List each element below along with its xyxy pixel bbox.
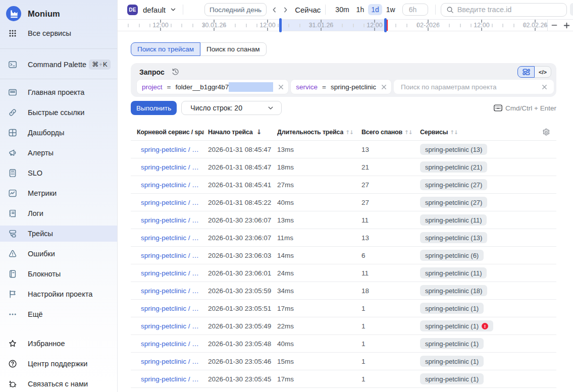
range-handle-right[interactable] <box>384 18 387 32</box>
remove-filter-icon[interactable] <box>381 84 387 90</box>
preset-1h[interactable]: 1h <box>353 4 368 15</box>
service-chip[interactable]: spring-petclinic (1) <box>420 338 484 349</box>
ruler-minor-tick <box>128 24 129 27</box>
column-header[interactable]: Начало трейса↓ <box>208 128 277 136</box>
sidebar-item-contact[interactable]: Связаться с нами <box>0 376 117 392</box>
chevron-left-icon[interactable] <box>269 4 280 15</box>
trace-duration: 17ms <box>277 375 361 383</box>
custom-range-input[interactable]: 6h <box>402 4 428 16</box>
column-header[interactable]: Сервисы↑↓ <box>420 129 539 136</box>
service-chip[interactable]: spring-petclinic (27) <box>420 197 487 208</box>
sort-toggle-icon[interactable]: ↑↓ <box>345 129 353 135</box>
service-chip-label: spring-petclinic (13) <box>425 146 482 153</box>
service-chip[interactable]: spring-petclinic (18) <box>420 285 487 296</box>
trace-link[interactable]: spring-petclinic / … <box>137 181 208 189</box>
filter-key: project <box>142 83 163 91</box>
service-chip[interactable]: spring-petclinic (13) <box>420 232 487 243</box>
column-header[interactable]: Всего спанов↑↓ <box>361 129 420 136</box>
remove-filter-icon[interactable] <box>278 84 284 90</box>
trace-link[interactable]: spring-petclinic / … <box>137 305 208 312</box>
filter-chip-service[interactable]: service=spring-petclinic <box>291 80 391 94</box>
preset-1d[interactable]: 1d <box>368 4 382 15</box>
service-chip[interactable]: spring-petclinic (1) <box>420 303 484 314</box>
trace-link[interactable]: spring-petclinic / … <box>137 163 208 171</box>
service-chip[interactable]: spring-petclinic (6) <box>420 250 484 261</box>
sidebar-item-all-services[interactable]: Все сервисы <box>0 25 117 41</box>
sidebar-item-quick-links[interactable]: Быстрые ссылки <box>0 104 117 121</box>
time-range-button[interactable]: Последний день <box>204 3 267 16</box>
service-chip[interactable]: spring-petclinic (13) <box>420 144 487 155</box>
service-chip[interactable]: spring-petclinic (1) <box>420 373 484 384</box>
preset-1w[interactable]: 1w <box>383 4 398 15</box>
sidebar-item-metrics[interactable]: Метрики <box>0 185 117 201</box>
view-mode-code[interactable]: </> <box>534 66 551 78</box>
service-chip[interactable]: spring-petclinic (1)! <box>420 320 493 331</box>
service-chip[interactable]: spring-petclinic (11) <box>420 267 487 278</box>
column-header[interactable]: Корневой сервис / span <box>137 129 208 136</box>
error-badge-icon: ! <box>482 323 488 329</box>
trace-link[interactable]: spring-petclinic / … <box>137 358 208 365</box>
sidebar-item-dashboards[interactable]: Дашборды <box>0 125 117 141</box>
ruler-minor-tick <box>288 24 289 27</box>
now-button[interactable]: Сейчас <box>295 6 321 14</box>
sidebar-item-favorites[interactable]: Избранное <box>0 335 117 352</box>
trace-link[interactable]: spring-petclinic / … <box>137 252 208 259</box>
chevron-down-icon[interactable] <box>168 4 179 15</box>
range-handle-left[interactable] <box>279 18 282 32</box>
sort-toggle-icon[interactable]: ↑↓ <box>404 129 412 135</box>
sidebar-item-errors[interactable]: Ошибки <box>0 246 117 262</box>
sort-toggle-icon[interactable]: ↑↓ <box>450 129 458 135</box>
zoom-in-button[interactable] <box>563 21 571 29</box>
sidebar-item-more[interactable]: Ещё <box>0 306 117 322</box>
sidebar-item-command-palette[interactable]: Command Palette ⌘+K <box>0 57 117 73</box>
sidebar-item-notebooks[interactable]: Блокноты <box>0 266 117 282</box>
service-chip[interactable]: spring-petclinic (21) <box>420 161 487 173</box>
service-chip[interactable]: spring-petclinic (1) <box>420 356 484 367</box>
run-button[interactable]: Выполнить <box>131 101 177 115</box>
ruler-minor-tick <box>224 24 225 27</box>
service-chip[interactable]: spring-petclinic (11) <box>420 214 487 226</box>
column-header[interactable]: Длительность трейса↑↓ <box>277 129 361 136</box>
sidebar-item-project-settings[interactable]: Настройки проекта <box>0 286 117 302</box>
trace-search-input[interactable]: Введите trace.id <box>441 3 567 17</box>
sidebar-item-support[interactable]: Центр поддержки <box>0 356 117 372</box>
service-chip-label: spring-petclinic (1) <box>425 305 479 312</box>
trace-link[interactable]: spring-petclinic / … <box>137 322 208 330</box>
zoom-out-button[interactable] <box>550 21 558 29</box>
trace-link[interactable]: spring-petclinic / … <box>137 340 208 348</box>
trace-link[interactable]: spring-petclinic / … <box>137 269 208 277</box>
sidebar-item-slo[interactable]: SLO <box>0 165 117 181</box>
clear-filters-icon[interactable] <box>541 84 548 90</box>
ruler-minor-tick <box>342 24 343 27</box>
table-settings-gear-icon[interactable] <box>539 128 550 136</box>
sidebar-item-alerts[interactable]: Алерты <box>0 145 117 161</box>
preset-30m[interactable]: 30m <box>332 4 352 15</box>
sidebar-item-project-home[interactable]: Главная проекта <box>0 84 117 100</box>
history-icon[interactable] <box>171 68 180 76</box>
trace-duration: 11ms <box>277 234 361 242</box>
trace-link[interactable]: spring-petclinic / … <box>137 287 208 295</box>
chevron-right-icon[interactable] <box>280 4 291 15</box>
trace-link[interactable]: spring-petclinic / … <box>137 199 208 206</box>
view-mode-builder[interactable] <box>517 66 535 78</box>
trace-start: 2026-01-30 23:06:07 <box>208 234 277 242</box>
trace-link[interactable]: spring-petclinic / … <box>137 375 208 383</box>
ruler-label: 12:00 <box>367 22 382 29</box>
sidebar-item-logs[interactable]: Логи <box>0 205 117 221</box>
sidebar-item-traces[interactable]: Трейсы <box>0 226 117 242</box>
tab-search-traces[interactable]: Поиск по трейсам <box>131 42 200 56</box>
filter-chip-project[interactable]: project=folder__b1ggr4b7 <box>137 80 288 94</box>
trace-link[interactable]: spring-petclinic / … <box>137 146 208 153</box>
trace-link[interactable]: spring-petclinic / … <box>137 216 208 224</box>
trace-services: spring-petclinic (27) <box>420 179 539 190</box>
rows-count-select[interactable]: Число строк: 20 <box>181 101 282 115</box>
tab-search-spans[interactable]: Поиск по спанам <box>200 42 267 56</box>
trace-link[interactable]: spring-petclinic / … <box>137 234 208 242</box>
filter-search-input[interactable]: Поиск по параметрам проекта <box>394 80 554 94</box>
timeline-strip[interactable]: 12:0030.01.2612:0031.01.2612:0002-202612… <box>118 20 548 31</box>
trace-duration: 15ms <box>277 358 361 365</box>
sort-desc-icon[interactable]: ↓ <box>256 128 262 136</box>
content: Поиск по трейсамПоиск по спанам Запрос <… <box>118 31 573 392</box>
project-name[interactable]: default <box>143 6 166 14</box>
service-chip[interactable]: spring-petclinic (27) <box>420 179 487 190</box>
